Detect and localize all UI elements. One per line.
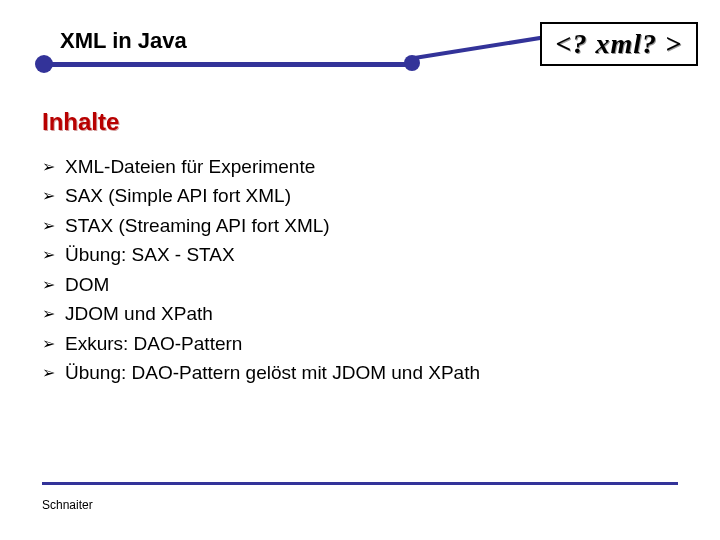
list-item-text: STAX (Streaming API fort XML) bbox=[65, 211, 330, 240]
list-item-text: Übung: DAO-Pattern gelöst mit JDOM und X… bbox=[65, 358, 480, 387]
list-item: Übung: DAO-Pattern gelöst mit JDOM und X… bbox=[42, 358, 720, 387]
decorative-line bbox=[40, 62, 410, 67]
section-heading: Inhalte bbox=[42, 108, 720, 136]
list-item: SAX (Simple API fort XML) bbox=[42, 181, 720, 210]
dot-icon bbox=[35, 55, 53, 73]
footer-divider bbox=[42, 482, 678, 485]
list-item-text: Übung: SAX - STAX bbox=[65, 240, 235, 269]
list-item: XML-Dateien für Experimente bbox=[42, 152, 720, 181]
list-item: DOM bbox=[42, 270, 720, 299]
list-item-text: JDOM und XPath bbox=[65, 299, 213, 328]
dot-icon bbox=[404, 55, 420, 71]
xml-badge: <? xml? > bbox=[540, 22, 698, 66]
list-item-text: XML-Dateien für Experimente bbox=[65, 152, 315, 181]
list-item-text: SAX (Simple API fort XML) bbox=[65, 181, 291, 210]
footer-author: Schnaiter bbox=[42, 498, 93, 512]
list-item: Übung: SAX - STAX bbox=[42, 240, 720, 269]
content-list: XML-Dateien für Experimente SAX (Simple … bbox=[42, 152, 720, 388]
list-item: STAX (Streaming API fort XML) bbox=[42, 211, 720, 240]
list-item: JDOM und XPath bbox=[42, 299, 720, 328]
list-item-text: Exkurs: DAO-Pattern bbox=[65, 329, 242, 358]
list-item: Exkurs: DAO-Pattern bbox=[42, 329, 720, 358]
slide-header: XML in Java <? xml? > bbox=[0, 0, 720, 80]
list-item-text: DOM bbox=[65, 270, 109, 299]
